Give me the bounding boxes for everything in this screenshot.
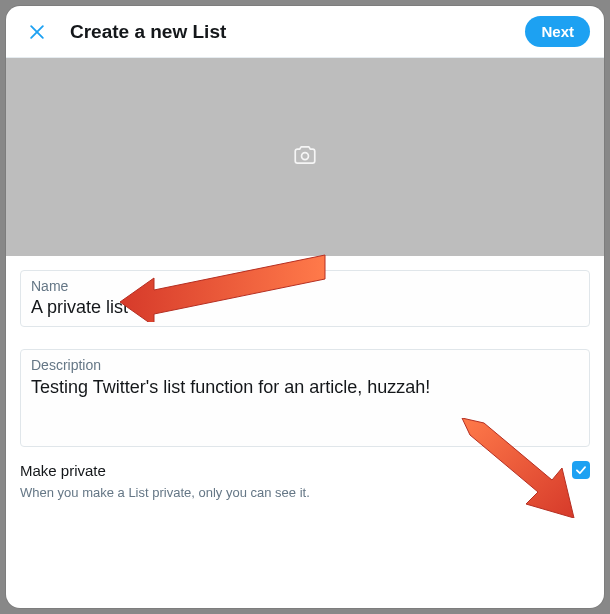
description-label: Description (31, 356, 579, 374)
modal-title: Create a new List (70, 21, 525, 43)
description-input[interactable] (31, 376, 579, 434)
check-icon (574, 463, 588, 477)
privacy-label: Make private (20, 462, 106, 479)
name-label: Name (31, 277, 579, 295)
form-section: Name Description (6, 256, 604, 461)
svg-point-2 (302, 153, 309, 160)
privacy-section: Make private When you make a List privat… (6, 461, 604, 514)
privacy-row: Make private (20, 461, 590, 479)
next-button[interactable]: Next (525, 16, 590, 47)
name-input[interactable] (31, 297, 579, 318)
modal-body: Name Description Make private (6, 58, 604, 608)
banner-image-picker[interactable] (6, 58, 604, 256)
modal-header: Create a new List Next (6, 6, 604, 58)
privacy-checkbox[interactable] (572, 461, 590, 479)
create-list-modal: Create a new List Next Name Descri (6, 6, 604, 608)
close-icon[interactable] (20, 15, 54, 49)
description-field[interactable]: Description (20, 349, 590, 447)
privacy-description: When you make a List private, only you c… (20, 485, 590, 500)
modal-wrapper: Create a new List Next Name Descri (0, 0, 610, 614)
name-field[interactable]: Name (20, 270, 590, 327)
camera-icon (292, 142, 318, 172)
